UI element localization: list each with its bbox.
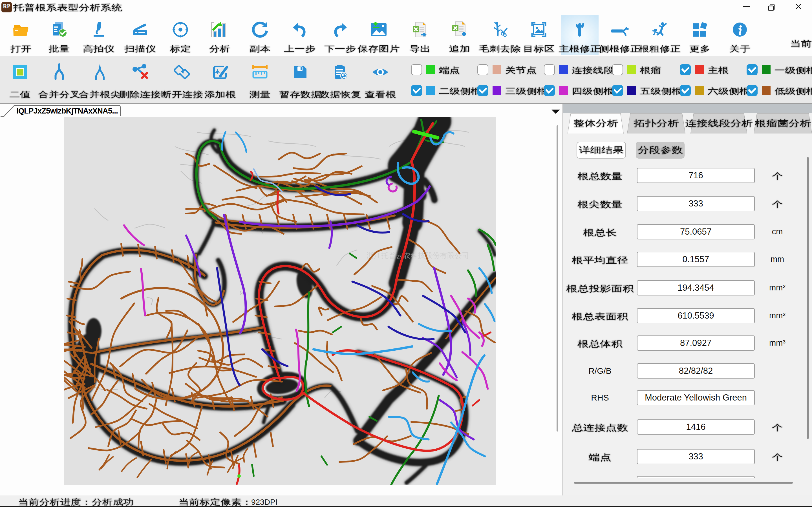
svg-text:浙江托普云农科技股份有限公司: 浙江托普云农科技股份有限公司 xyxy=(366,251,469,260)
